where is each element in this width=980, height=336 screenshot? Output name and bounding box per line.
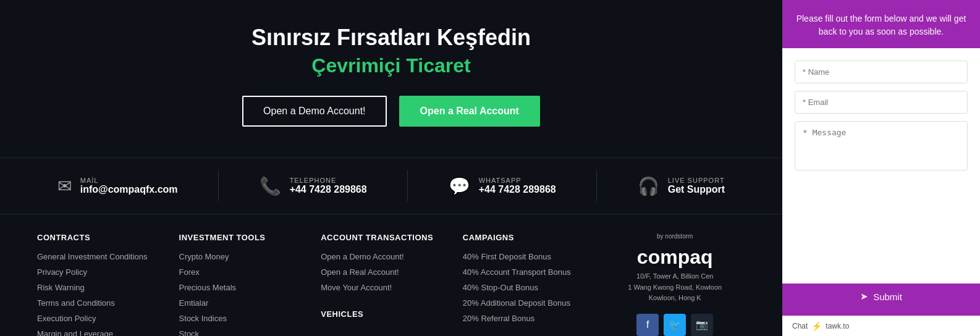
investment-heading: INVESTMENT TOOLS <box>179 233 297 242</box>
account-heading: ACCOUNT TRANSACTIONS <box>321 233 438 242</box>
email-input[interactable] <box>795 91 968 114</box>
footer-link-open-real[interactable]: Open a Real Account! <box>321 267 438 277</box>
brand-address: 10/F, Tower A, Billion Cen 1 Wang Kwong … <box>628 271 722 304</box>
panel-form <box>782 48 980 284</box>
hero-section: Sınırsız Fırsatları Keşfedin Çevrimiçi T… <box>0 0 782 158</box>
footer-link-general-investment[interactable]: General Investment Conditions <box>37 252 154 261</box>
footer-link-terms[interactable]: Terms and Conditions <box>37 298 154 308</box>
chat-label: Chat <box>792 322 808 330</box>
mail-label: MAİL <box>80 177 178 184</box>
divider-2 <box>407 170 408 201</box>
whatsapp-icon: 💬 <box>449 176 470 196</box>
footer-link-margin[interactable]: Margin and Leverage <box>37 329 154 336</box>
submit-label: Submit <box>873 292 902 302</box>
tawk-bolt-icon: ⚡ <box>811 321 822 331</box>
panel-header: Please fill out the form below and we wi… <box>782 0 980 48</box>
campaigns-heading: Campaigns <box>463 233 580 242</box>
divider-1 <box>218 170 219 201</box>
telephone-value: +44 7428 289868 <box>290 184 367 195</box>
footer-section: CONTRACTS General Investment Conditions … <box>0 214 782 336</box>
footer-brand-col: by nordstorm compaq 10/F, Tower A, Billi… <box>604 233 745 336</box>
live-support-label: LIVE SUPPORT <box>668 177 725 184</box>
tawk-brand: tawk.to <box>826 322 849 330</box>
social-icons: f 🐦 📷 <box>636 314 713 336</box>
footer-investment-col: INVESTMENT TOOLS Crypto Money Forex Prec… <box>179 233 297 336</box>
footer-link-stock-indices[interactable]: Stock Indices <box>179 314 297 323</box>
vehicles-heading: Vehicles <box>321 309 438 319</box>
contact-live-support: 🎧 LIVE SUPPORT Get Support <box>638 176 725 196</box>
brand-logo: compaq <box>637 246 713 269</box>
right-panel: Please fill out the form below and we wi… <box>782 0 980 336</box>
footer-link-crypto[interactable]: Crypto Money <box>179 252 297 261</box>
support-icon: 🎧 <box>638 176 659 196</box>
footer-link-execution-policy[interactable]: Execution Policy <box>37 314 154 323</box>
contact-telephone: 📞 TELEPHONE +44 7428 289868 <box>260 176 367 196</box>
submit-button[interactable]: ➤ Submit <box>795 284 968 309</box>
footer-link-stop-out[interactable]: 40% Stop-Out Bonus <box>463 283 580 292</box>
footer-link-referral[interactable]: 20% Referral Bonus <box>463 314 580 323</box>
submit-icon: ➤ <box>860 291 868 302</box>
footer-link-forex[interactable]: Forex <box>179 267 297 277</box>
tawk-bar: Chat ⚡ tawk.to <box>782 316 980 336</box>
footer-link-transport-bonus[interactable]: 40% Account Transport Bonus <box>463 267 580 277</box>
divider-3 <box>596 170 597 201</box>
whatsapp-value: +44 7428 289868 <box>479 184 556 195</box>
contracts-heading: CONTRACTS <box>37 233 154 242</box>
mail-value: info@compaqfx.com <box>80 184 178 195</box>
footer-link-first-deposit[interactable]: 40% First Deposit Bonus <box>463 252 580 261</box>
footer-link-risk-warning[interactable]: Risk Warning <box>37 283 154 292</box>
demo-account-button[interactable]: Open a Demo Account! <box>242 96 386 127</box>
live-support-value: Get Support <box>668 184 725 195</box>
hero-buttons: Open a Demo Account! Open a Real Account <box>12 96 770 127</box>
footer-link-privacy-policy[interactable]: Privacy Policy <box>37 267 154 277</box>
footer-link-stock[interactable]: Stock <box>179 329 297 336</box>
twitter-icon[interactable]: 🐦 <box>664 314 686 336</box>
panel-header-text: Please fill out the form below and we wi… <box>795 12 968 38</box>
contact-whatsapp: 💬 WHATSAPP +44 7428 289868 <box>449 176 556 196</box>
instagram-icon[interactable]: 📷 <box>691 314 713 336</box>
contact-mail: ✉ MAİL info@compaqfx.com <box>57 176 178 196</box>
footer-link-additional-deposit[interactable]: 20% Additional Deposit Bonus <box>463 298 580 308</box>
facebook-icon[interactable]: f <box>636 314 659 336</box>
footer-link-open-demo[interactable]: Open a Demo Account! <box>321 252 438 261</box>
footer-link-move-account[interactable]: Move Your Account! <box>321 283 438 292</box>
footer-account-col: ACCOUNT TRANSACTIONS Open a Demo Account… <box>321 233 438 336</box>
hero-subtitle: Çevrimiçi Ticaret <box>12 54 770 77</box>
whatsapp-label: WHATSAPP <box>479 177 556 184</box>
footer-contracts-col: CONTRACTS General Investment Conditions … <box>37 233 154 336</box>
footer-link-emtialar[interactable]: Emtialar <box>179 298 297 308</box>
brand-by: by nordstorm <box>657 233 693 240</box>
footer-campaigns-col: Campaigns 40% First Deposit Bonus 40% Ac… <box>463 233 580 336</box>
real-account-button[interactable]: Open a Real Account <box>399 96 540 127</box>
contact-bar: ✉ MAİL info@compaqfx.com 📞 TELEPHONE +44… <box>0 158 782 214</box>
message-input[interactable] <box>795 121 968 170</box>
footer-link-precious-metals[interactable]: Precious Metals <box>179 283 297 292</box>
telephone-label: TELEPHONE <box>290 177 367 184</box>
hero-title: Sınırsız Fırsatları Keşfedin <box>12 25 770 51</box>
phone-icon: 📞 <box>260 176 281 196</box>
name-input[interactable] <box>795 61 968 83</box>
mail-icon: ✉ <box>57 176 72 196</box>
